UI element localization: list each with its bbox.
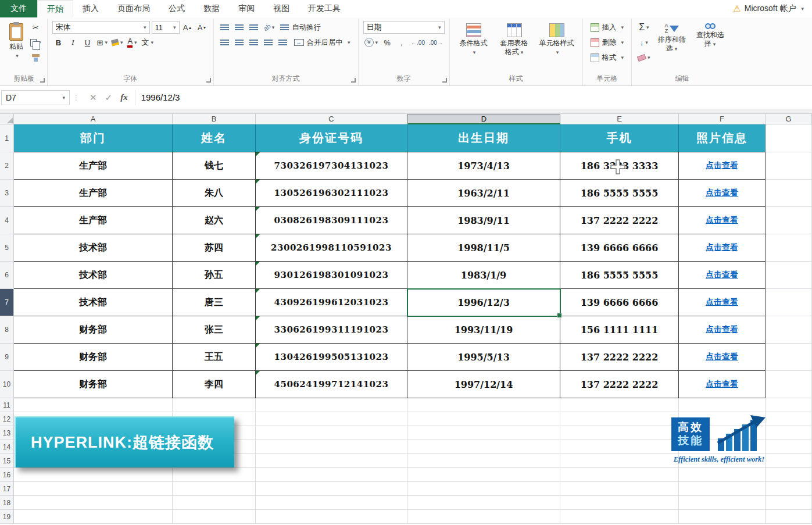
cell-A2[interactable]: 生产部 (14, 152, 173, 180)
cell-F8[interactable]: 点击查看 (679, 316, 766, 344)
underline-button[interactable]: U (81, 36, 94, 49)
decrease-indent-button[interactable] (262, 36, 275, 49)
row-header-1[interactable]: 1 (0, 124, 14, 152)
cell-G18[interactable] (766, 496, 812, 510)
cell-D2[interactable]: 1973/4/13 (407, 152, 560, 180)
cell-E15[interactable] (560, 454, 679, 468)
cell-A3[interactable]: 生产部 (14, 180, 173, 207)
dialog-launcher-icon[interactable] (442, 78, 447, 83)
font-size-select[interactable]: 11 ▾ (152, 21, 180, 34)
cell-D4[interactable]: 1983/9/11 (407, 207, 560, 234)
orientation-button[interactable]: ab▾ (262, 21, 276, 34)
cell-C1[interactable]: 身份证号码 (256, 124, 407, 152)
cell-C10[interactable]: 450624199712141023 (256, 371, 407, 398)
cell-A10[interactable]: 财务部 (14, 371, 173, 398)
cell-A11[interactable] (14, 398, 173, 412)
merge-center-button[interactable]: ↔ 合并后居中 ▾ (291, 36, 353, 49)
comma-style-button[interactable]: , (395, 36, 408, 49)
increase-font-button[interactable]: A▲ (181, 21, 194, 34)
row-header-9[interactable]: 9 (0, 344, 14, 371)
tab-file[interactable]: 文件 (0, 0, 37, 17)
cell-A9[interactable]: 财务部 (14, 344, 173, 371)
chevron-down-icon[interactable]: ▾ (62, 95, 65, 101)
cell-C6[interactable]: 930126198301091023 (256, 262, 407, 289)
borders-button[interactable]: ⊞▾ (96, 36, 109, 49)
cell-D11[interactable] (407, 398, 560, 412)
column-header-D[interactable]: D (407, 114, 560, 124)
column-header-C[interactable]: C (256, 114, 407, 124)
cell-A5[interactable]: 技术部 (14, 234, 173, 262)
cell-C15[interactable] (256, 454, 407, 468)
cancel-icon[interactable]: ✕ (90, 92, 97, 103)
conditional-format-button[interactable]: 条件格式▾ (455, 21, 493, 59)
column-header-F[interactable]: F (679, 114, 766, 124)
cell-B11[interactable] (173, 398, 256, 412)
photo-link-F8[interactable]: 点击查看 (706, 324, 738, 335)
cell-E13[interactable] (560, 426, 679, 440)
row-header-15[interactable]: 15 (0, 454, 14, 468)
cell-A4[interactable]: 生产部 (14, 207, 173, 234)
cut-button[interactable]: ✂ (29, 21, 42, 34)
cell-D13[interactable] (407, 426, 560, 440)
column-header-A[interactable]: A (14, 114, 173, 124)
cell-A19[interactable] (14, 510, 173, 524)
photo-link-F3[interactable]: 点击查看 (706, 188, 738, 198)
accounting-format-button[interactable]: ￥▾ (363, 36, 380, 49)
cell-D10[interactable]: 1997/12/14 (407, 371, 560, 398)
cell-B6[interactable]: 孙五 (173, 262, 256, 289)
fill-color-button[interactable]: ▾ (110, 36, 124, 49)
cell-D8[interactable]: 1993/11/19 (407, 316, 560, 344)
clear-button[interactable]: ▾ (636, 51, 652, 64)
dialog-launcher-icon[interactable] (351, 78, 356, 83)
cell-A18[interactable] (14, 496, 173, 510)
cell-D1[interactable]: 出生日期 (407, 124, 560, 152)
cell-B17[interactable] (173, 482, 256, 496)
paste-button[interactable]: 粘贴 ▾ (6, 21, 27, 64)
cell-G7[interactable] (766, 289, 812, 316)
cell-F19[interactable] (679, 510, 766, 524)
cell-E8[interactable]: 156 1111 1111 (560, 316, 679, 344)
cell-G4[interactable] (766, 207, 812, 234)
cell-G9[interactable] (766, 344, 812, 371)
cell-A8[interactable]: 财务部 (14, 316, 173, 344)
decrease-decimal-button[interactable]: .00→ (428, 36, 444, 49)
row-header-16[interactable]: 16 (0, 468, 14, 482)
cell-E17[interactable] (560, 482, 679, 496)
cell-G3[interactable] (766, 180, 812, 207)
cell-E7[interactable]: 139 6666 6666 (560, 289, 679, 316)
tab-公式[interactable]: 公式 (159, 0, 194, 17)
cell-C3[interactable]: 130526196302111023 (256, 180, 407, 207)
cell-E14[interactable] (560, 440, 679, 454)
decrease-font-button[interactable]: A▼ (196, 21, 209, 34)
cell-C7[interactable]: 430926199612031023 (256, 289, 407, 316)
format-as-table-button[interactable]: 套用表格格式▾ (495, 21, 534, 59)
cell-B4[interactable]: 赵六 (173, 207, 256, 234)
row-header-19[interactable]: 19 (0, 510, 14, 524)
cell-E9[interactable]: 137 2222 2222 (560, 344, 679, 371)
cell-F2[interactable]: 点击查看 (679, 152, 766, 180)
formula-input[interactable]: 1996/12/3 (135, 90, 812, 105)
photo-link-F7[interactable]: 点击查看 (706, 297, 738, 308)
font-color-button[interactable]: A▾ (126, 36, 139, 49)
row-header-8[interactable]: 8 (0, 316, 14, 344)
cell-B18[interactable] (173, 496, 256, 510)
bold-button[interactable]: B (52, 36, 65, 49)
row-header-4[interactable]: 4 (0, 207, 14, 234)
number-format-select[interactable]: 日期 ▾ (363, 21, 445, 34)
photo-link-F4[interactable]: 点击查看 (706, 215, 738, 226)
row-header-5[interactable]: 5 (0, 234, 14, 262)
cell-B2[interactable]: 钱七 (173, 152, 256, 180)
align-bottom-button[interactable] (248, 21, 260, 34)
cell-E3[interactable]: 186 5555 5555 (560, 180, 679, 207)
cell-F5[interactable]: 点击查看 (679, 234, 766, 262)
cell-C19[interactable] (256, 510, 407, 524)
row-header-17[interactable]: 17 (0, 482, 14, 496)
cell-C8[interactable]: 330626199311191023 (256, 316, 407, 344)
cell-D17[interactable] (407, 482, 560, 496)
cell-E19[interactable] (560, 510, 679, 524)
insert-function-icon[interactable]: fx (120, 92, 128, 102)
phonetic-button[interactable]: 文▾ (141, 36, 155, 49)
cell-B3[interactable]: 朱八 (173, 180, 256, 207)
dialog-launcher-icon[interactable] (40, 78, 45, 83)
cell-C2[interactable]: 730326197304131023 (256, 152, 407, 180)
